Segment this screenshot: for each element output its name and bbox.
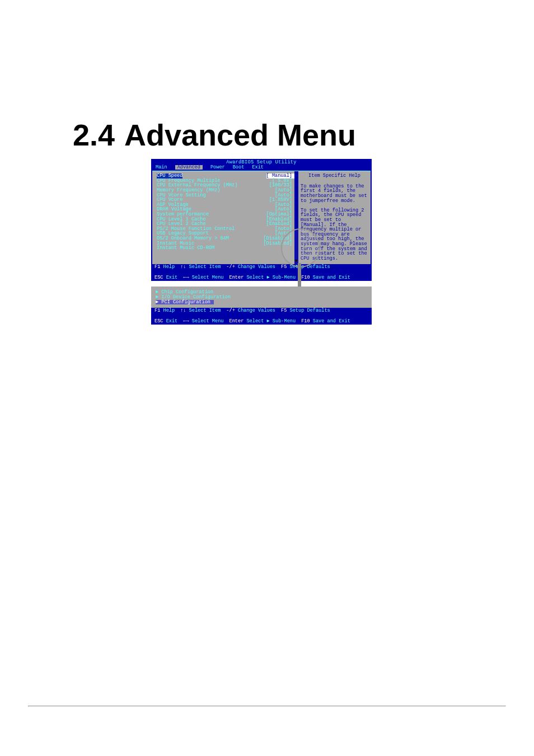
bios-settings-list[interactable]: CPU Speed[ Manual]CPU Frequency Multiple… — [152, 171, 298, 264]
page-footer-rule — [28, 706, 506, 707]
footer-key: -/+ — [226, 264, 238, 270]
magnifier-circle-overlay — [281, 228, 320, 267]
footer-key: F1 — [154, 308, 163, 313]
footer-action: Help — [163, 308, 175, 313]
footer-hint: ESC Exit — [154, 319, 177, 324]
footer-key: Enter — [229, 275, 247, 280]
menu-exit[interactable]: Exit — [252, 165, 264, 170]
footer-hint: -/+ Change Values — [226, 265, 275, 270]
footer-hint: F10 Save and Exit — [301, 275, 350, 280]
footer-action: Change Values — [238, 308, 275, 313]
bios-menubar[interactable]: Main Advanced Power Boot Exit — [152, 165, 371, 171]
section-title: Advanced Menu — [124, 118, 356, 152]
bios-subpanel: ► Chip Configuration► I/O Device Configu… — [151, 287, 372, 308]
menu-boot[interactable]: Boot — [233, 165, 245, 170]
footer-key: ←→ — [183, 275, 191, 280]
footer-key: F5 — [281, 308, 289, 313]
setting-row[interactable]: Instant Music CD-ROM — [157, 246, 296, 251]
footer-action: Select ► Sub-Menu — [246, 275, 296, 280]
menu-power[interactable]: Power — [210, 165, 225, 170]
footer-hint: Enter Select ► Sub-Menu — [229, 275, 296, 280]
footer-hint: F1 Help — [154, 308, 175, 313]
footer-action: Exit — [166, 275, 178, 280]
footer-action: Select Menu — [192, 318, 224, 324]
bios-footer-2: F1 Help↑↓ Select Item-/+ Change ValuesF5… — [152, 308, 371, 323]
footer-action: Setup Defaults — [290, 308, 330, 313]
footer-action: Exit — [166, 318, 178, 324]
bios-footer: F1 Help↑↓ Select Item-/+ Change ValuesF5… — [152, 264, 371, 280]
footer-hint: ESC Exit — [154, 275, 177, 280]
footer-action: Help — [163, 264, 175, 270]
footer-action: Select Item — [189, 308, 221, 313]
footer-key: F10 — [301, 318, 313, 324]
footer-key: F1 — [154, 264, 163, 270]
help-title: Item Specific Help — [301, 173, 368, 179]
footer-key: ↑↓ — [180, 264, 189, 270]
footer-key: ESC — [154, 318, 166, 324]
footer-key: ↑↓ — [180, 308, 189, 313]
footer-hint: ←→ Select Menu — [183, 319, 223, 324]
bios-subpanel-footer-wrap: F1 Help↑↓ Select Item-/+ Change ValuesF5… — [151, 308, 372, 325]
footer-key: F10 — [301, 275, 313, 280]
menu-main[interactable]: Main — [156, 165, 167, 170]
footer-action: Select Item — [189, 264, 221, 270]
footer-hint: -/+ Change Values — [226, 308, 275, 313]
footer-hint: F5 Setup Defaults — [281, 308, 330, 313]
footer-key: ESC — [154, 275, 166, 280]
page-title: 2.4Advanced Menu — [73, 118, 534, 152]
footer-action: Change Values — [238, 264, 275, 270]
footer-action: Select ► Sub-Menu — [246, 318, 296, 324]
footer-hint: ←→ Select Menu — [183, 275, 223, 280]
footer-action: Save and Exit — [313, 318, 350, 324]
footer-hint: F1 Help — [154, 265, 175, 270]
footer-action: Select Menu — [192, 275, 224, 280]
footer-key: -/+ — [226, 308, 238, 313]
footer-hint: ↑↓ Select Item — [180, 265, 221, 270]
footer-hint: Enter Select ► Sub-Menu — [229, 319, 296, 324]
section-number: 2.4 — [73, 118, 124, 152]
footer-key: ←→ — [183, 318, 191, 324]
bios-screenshot-area: AwardBIOS Setup Utility Main Advanced Po… — [151, 159, 372, 325]
footer-hint: F10 Save and Exit — [301, 319, 350, 324]
footer-action: Save and Exit — [313, 275, 350, 280]
bios-panel-main: AwardBIOS Setup Utility Main Advanced Po… — [151, 159, 372, 281]
footer-key: Enter — [229, 318, 247, 324]
menu-advanced[interactable]: Advanced — [175, 165, 203, 170]
footer-key: F5 — [281, 264, 289, 270]
submenu-item[interactable]: ► PCI Configuration — [156, 300, 214, 305]
setting-label: Instant Music CD-ROM — [157, 246, 214, 251]
footer-hint: ↑↓ Select Item — [180, 308, 221, 313]
